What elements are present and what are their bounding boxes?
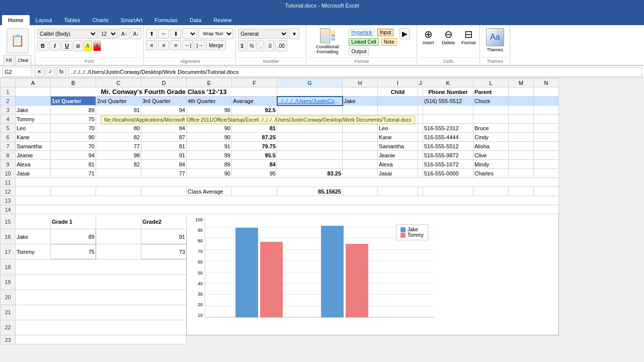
cell-F7[interactable]: 79.75 [232, 142, 277, 151]
tab-formulas[interactable]: Formulas [148, 15, 184, 25]
cell-D2[interactable]: 3rd Quarter [141, 97, 187, 106]
cell-reference-input[interactable] [2, 67, 32, 77]
cell-E9[interactable]: 89 [187, 160, 232, 169]
cell-H7[interactable] [343, 142, 378, 151]
cell-L5[interactable]: Bruce [473, 124, 509, 133]
cell-H2[interactable]: Jake [343, 97, 378, 106]
col-header-I[interactable]: I [378, 78, 418, 87]
cell-E8[interactable]: 99 [187, 151, 232, 160]
cell-M8[interactable] [509, 151, 534, 160]
cell-M12[interactable] [509, 187, 534, 196]
cell-C12[interactable] [96, 187, 141, 196]
cell-I3[interactable] [378, 106, 418, 115]
percent-btn[interactable]: % [247, 40, 257, 51]
insert-function-icon[interactable]: fx [56, 67, 66, 77]
cell-N12[interactable] [534, 187, 559, 196]
increase-font-btn[interactable]: A↑ [119, 28, 130, 39]
number-format-select[interactable]: General [238, 29, 288, 39]
cell-M5[interactable] [509, 124, 534, 133]
cell-N9[interactable] [534, 160, 559, 169]
col-header-D[interactable]: D [141, 78, 187, 87]
col-header-M[interactable]: M [509, 78, 534, 87]
cell-A1[interactable] [16, 87, 51, 97]
cell-K1[interactable]: Phone Number [423, 87, 473, 97]
cell-A17[interactable]: Tommy [16, 244, 51, 259]
cell-H1[interactable] [343, 87, 378, 97]
cell-14-empty[interactable] [16, 205, 559, 214]
themes-btn[interactable]: Aa Themes [486, 28, 504, 52]
formula-input[interactable] [68, 67, 642, 77]
cell-I7[interactable]: Samantha [378, 142, 418, 151]
underline-button[interactable]: U [61, 41, 72, 51]
cell-L1[interactable]: Parent [473, 87, 509, 97]
cell-I2[interactable] [378, 97, 418, 106]
cell-B9[interactable]: 81 [51, 160, 96, 169]
tab-tables[interactable]: Tables [58, 15, 87, 25]
cell-C6[interactable]: 82 [96, 133, 141, 142]
tab-layout[interactable]: Layout [30, 15, 58, 25]
align-right-button[interactable]: ≡ [170, 40, 181, 50]
cell-K6[interactable]: 516-555-4444 [423, 133, 473, 142]
delete-btn[interactable]: ⊖ Delete [439, 28, 457, 45]
cell-I8[interactable]: Jeanie [378, 151, 418, 160]
cell-J3[interactable] [418, 106, 423, 115]
cell-F2[interactable]: Average [232, 97, 277, 106]
align-top-button[interactable]: ⬆ [146, 29, 157, 39]
cell-D17[interactable]: 73 [141, 244, 187, 259]
cell-A8[interactable]: Jeanie [16, 151, 51, 160]
cell-A6[interactable]: Kane [16, 133, 51, 142]
cell-D3[interactable]: 94 [141, 106, 187, 115]
cell-11-empty[interactable] [16, 178, 559, 187]
cell-A7[interactable]: Samantha [16, 142, 51, 151]
cell-L9[interactable]: Mindy [473, 160, 509, 169]
cell-I10[interactable]: Jasai [378, 169, 418, 178]
cell-M1[interactable] [509, 87, 534, 97]
fill-button[interactable]: Fill [4, 55, 15, 66]
cell-A9[interactable]: Alexa [16, 160, 51, 169]
cell-G12[interactable]: 85.15625 [277, 187, 343, 196]
cell-F6[interactable]: 87.25 [232, 133, 277, 142]
cell-L7[interactable]: Alisha [473, 142, 509, 151]
cell-N8[interactable] [534, 151, 559, 160]
tab-charts[interactable]: Charts [86, 15, 114, 25]
decrease-font-btn[interactable]: A↓ [131, 28, 142, 39]
currency-btn[interactable]: $ [238, 40, 246, 51]
col-header-H[interactable]: H [343, 78, 378, 87]
cell-C17[interactable] [96, 244, 141, 259]
cell-B17[interactable]: 75 [51, 244, 96, 259]
italic-button[interactable]: I [49, 41, 60, 51]
col-header-C[interactable]: C [96, 78, 141, 87]
cell-H6[interactable] [343, 133, 378, 142]
cell-A10[interactable]: Jasai [16, 169, 51, 178]
cell-C5[interactable]: 80 [96, 124, 141, 133]
cell-G9[interactable] [277, 160, 343, 169]
col-header-J[interactable]: J [418, 78, 423, 87]
cell-L4[interactable] [473, 115, 509, 124]
border-button[interactable]: ⊞ [73, 40, 83, 51]
linked-cell-style-box[interactable]: Linked Cell [349, 38, 378, 46]
merge-button[interactable]: Merge [206, 40, 225, 50]
cell-B10[interactable]: 71 [51, 169, 96, 178]
cell-L6[interactable]: Cindy [473, 133, 509, 142]
cell-D5[interactable]: 84 [141, 124, 187, 133]
cell-K5[interactable]: 516-555-2312 [423, 124, 473, 133]
cell-J5[interactable] [418, 124, 423, 133]
col-header-E[interactable]: E [187, 78, 232, 87]
cell-E3[interactable]: 96 [187, 106, 232, 115]
cancel-formula-icon[interactable]: ✕ [34, 67, 44, 77]
cell-C8[interactable]: 98 [96, 151, 141, 160]
col-header-F[interactable]: F [232, 78, 277, 87]
cell-F9[interactable]: 84 [232, 160, 277, 169]
confirm-formula-icon[interactable]: ✓ [45, 67, 55, 77]
cell-H8[interactable] [343, 151, 378, 160]
cell-K7[interactable]: 516-555-5512 [423, 142, 473, 151]
cell-G3[interactable] [277, 106, 343, 115]
decrease-decimal-btn[interactable]: .00 [275, 40, 287, 51]
cell-C15[interactable] [96, 214, 141, 229]
cell-K4[interactable] [423, 115, 473, 124]
cell-M2[interactable] [509, 97, 534, 106]
tab-data[interactable]: Data [184, 15, 207, 25]
cell-H3[interactable] [343, 106, 378, 115]
cell-J10[interactable] [418, 169, 423, 178]
cell-N7[interactable] [534, 142, 559, 151]
